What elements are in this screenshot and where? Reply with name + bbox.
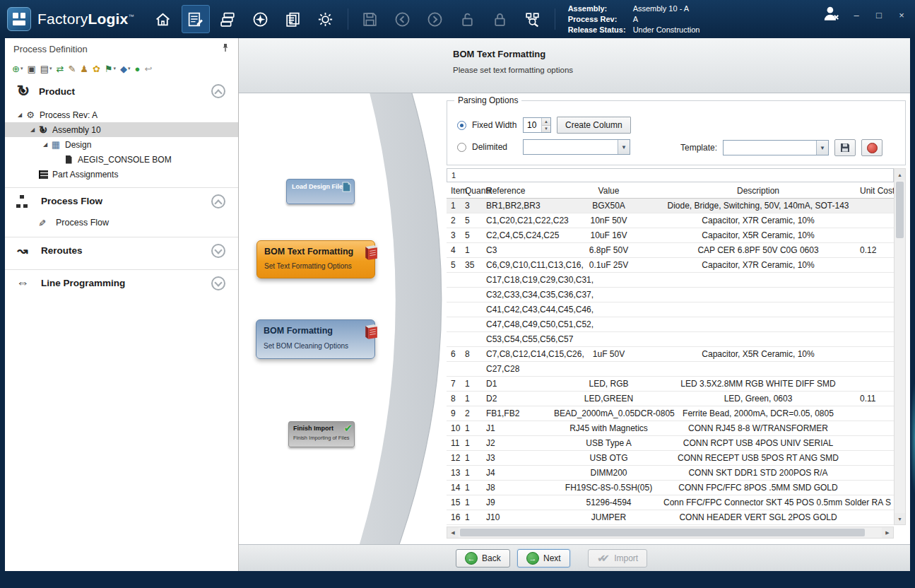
bom-grid-row[interactable]: 151J951296-4594Conn FFC/FPC Connector SK… <box>447 495 894 510</box>
step-finish-import[interactable]: Finish ImportFinish Importing of Files✔ <box>288 421 355 447</box>
step-load-design-files[interactable]: Load Design Files <box>286 179 355 204</box>
navigator-icon[interactable] <box>247 5 275 33</box>
check-icon: ✔✔ <box>597 552 610 565</box>
lock-icon[interactable] <box>486 5 514 33</box>
undo-icon[interactable]: ↩ <box>143 61 153 76</box>
home-icon[interactable] <box>149 5 177 33</box>
template-select[interactable]: ▼ <box>723 140 829 155</box>
sync-icon[interactable]: ⇄ <box>55 61 66 76</box>
minimize-button[interactable]: – <box>850 10 863 20</box>
bom-grid-row[interactable]: 535C6,C9,C10,C11,C13,C16,0.1uF 25VCapaci… <box>447 258 894 273</box>
expander-icon[interactable]: ◢ <box>28 127 37 133</box>
scroll-right-icon[interactable]: ▶ <box>882 527 893 538</box>
save-template-button[interactable] <box>834 139 856 156</box>
bom-grid-row[interactable]: C32,C33,C34,C35,C36,C37, <box>447 288 894 302</box>
back-icon[interactable] <box>389 5 417 33</box>
bom-grid-row[interactable]: C41,C42,C43,C44,C45,C46, <box>447 302 894 317</box>
user-logoff-icon[interactable] <box>822 4 840 25</box>
bom-grid-row[interactable]: 111J2USB Type ACONN RCPT USB 4POS UNIV S… <box>447 436 894 451</box>
bom-grid-row[interactable]: 92FB1,FB2BEAD_2000mA_0.05DCR-0805Ferrite… <box>447 406 894 421</box>
tree-item-aegis-console-bom[interactable]: AEGIS_CONSOLE BOM <box>5 152 238 167</box>
bom-grid-row[interactable]: C27,C28 <box>447 362 894 377</box>
user-icon[interactable]: ♟ <box>78 61 90 76</box>
document-icon <box>63 154 74 165</box>
delimited-radio[interactable] <box>457 143 466 152</box>
next-arrow-icon: → <box>526 552 539 565</box>
forward-icon[interactable] <box>421 5 449 33</box>
spin-down-icon[interactable]: ▼ <box>542 125 550 133</box>
bom-grid-row[interactable]: C47,C48,C49,C50,C51,C52, <box>447 317 894 332</box>
product-icon <box>15 83 32 100</box>
expander-icon[interactable]: ◢ <box>15 112 25 118</box>
bom-grid-row[interactable]: 68C7,C8,C12,C14,C15,C26,1uF 50VCapacitor… <box>447 347 894 362</box>
batches-icon[interactable] <box>214 5 242 33</box>
print-icon[interactable]: ▤▾ <box>39 61 54 76</box>
scroll-down-icon[interactable]: ▼ <box>895 513 905 524</box>
vertical-scrollbar[interactable]: ▲ ▼ <box>894 168 906 525</box>
unlock-icon[interactable] <box>454 5 482 33</box>
edit-icon[interactable]: ✎ <box>66 61 77 76</box>
bom-grid-row[interactable]: 71D1LED, RGBLED 3.5X2.8MM RGB WHITE DIFF… <box>447 377 894 392</box>
delete-template-button[interactable] <box>861 139 882 156</box>
expand-down-icon[interactable] <box>211 276 225 290</box>
collapse-up-icon[interactable] <box>211 194 225 208</box>
bom-grid-row[interactable]: 41C36.8pF 50VCAP CER 6.8PF 50V C0G 06030… <box>447 243 894 258</box>
section-reroutes[interactable]: Reroutes <box>5 237 238 264</box>
bom-grid-row[interactable]: 101J1RJ45 with MagneticsCONN RJ45 8-8 W/… <box>447 421 894 436</box>
collapse-up-icon[interactable] <box>211 84 225 98</box>
fixed-width-radio[interactable] <box>457 121 466 130</box>
horizontal-scrollbar[interactable]: ◀ ▶ <box>447 527 894 539</box>
send-icon[interactable]: ◆▾ <box>119 61 132 76</box>
scroll-left-icon[interactable]: ◀ <box>447 527 459 538</box>
close-button[interactable]: × <box>895 10 908 20</box>
import-button[interactable]: ✔✔ Import <box>588 549 647 568</box>
bom-grid-row[interactable]: 121J3USB OTGCONN RECEPT USB 5POS RT ANG … <box>447 451 894 466</box>
flags-icon[interactable]: ⚑▾ <box>103 61 117 76</box>
pin-icon[interactable] <box>221 43 230 54</box>
bom-grid-row[interactable]: 35C2,C4,C5,C24,C2510uF 16VCapacitor, X5R… <box>447 228 894 243</box>
grid-header[interactable]: Item Quantit Reference Value Description… <box>447 184 894 199</box>
tree-item-assembly-10[interactable]: ◢Assembly 10 <box>5 122 238 137</box>
bom-grid-row[interactable]: 25C1,C20,C21,C22,C2310nF 50VCapacitor, X… <box>447 213 894 228</box>
section-product[interactable]: Product <box>5 78 238 105</box>
go-icon[interactable]: ● <box>134 61 142 76</box>
tree-item-process-flow[interactable]: Process Flow <box>5 214 238 231</box>
bom-grid-row[interactable]: 131J4DIMM200CONN SKT DDR1 STD 200POS R/A <box>447 466 894 481</box>
settings-gear-icon[interactable] <box>312 5 340 33</box>
step-bom-text-formatting[interactable]: BOM Text FormattingSet Text Formatting O… <box>256 240 375 278</box>
scroll-up-icon[interactable]: ▲ <box>895 169 905 180</box>
tree-item-design[interactable]: ◢Design <box>5 137 238 152</box>
fixed-width-stepper[interactable]: 10 ▲▼ <box>523 117 551 133</box>
process-search-icon[interactable] <box>519 5 547 33</box>
step-bom-formatting[interactable]: BOM FormattingSet BOM Cleaning Options <box>256 319 375 359</box>
bom-grid-row[interactable]: 161J10JUMPERCONN HEADER VERT SGL 2POS GO… <box>447 510 894 525</box>
delimiter-select[interactable]: ▼ <box>523 139 630 155</box>
process-flow-icon <box>15 194 30 209</box>
section-process-flow[interactable]: Process Flow <box>5 187 238 214</box>
expand-down-icon[interactable] <box>211 244 225 258</box>
bom-formatting-content: Parsing Options Fixed Width 10 ▲▼ Create… <box>445 96 907 540</box>
scroll-thumb[interactable] <box>896 182 904 238</box>
create-column-button[interactable]: Create Column <box>557 117 631 134</box>
scroll-thumb[interactable] <box>460 529 865 536</box>
expander-icon[interactable]: ◢ <box>40 141 50 148</box>
tree-item-process-rev-a[interactable]: ◢Process Rev: A <box>5 107 238 122</box>
bom-grid-row[interactable]: 13BR1,BR2,BR3BGX50ADiode, Bridge, Switch… <box>447 199 894 213</box>
section-line-programming[interactable]: Line Programming <box>5 269 238 296</box>
save-icon[interactable] <box>356 5 384 33</box>
maximize-button[interactable]: □ <box>873 10 885 20</box>
next-button[interactable]: → Next <box>517 549 570 568</box>
bom-grid-row[interactable]: 141J8FH19SC-8S-0.5SH(05)CONN FPC/FFC 8PO… <box>447 481 894 495</box>
reports-icon[interactable] <box>279 5 307 33</box>
copy-icon[interactable]: ▣ <box>25 61 37 76</box>
tree-item-part-assignments[interactable]: Part Assignments <box>5 167 238 182</box>
spin-up-icon[interactable]: ▲ <box>542 118 550 125</box>
palette-icon[interactable]: ✿ <box>91 61 102 76</box>
back-button[interactable]: ← Back <box>456 549 510 568</box>
add-icon[interactable]: ⊕▾ <box>11 61 24 76</box>
bom-grid-row[interactable]: C53,C54,C55,C56,C57 <box>447 332 894 347</box>
bom-grid-row[interactable]: 81D2LED,GREENLED, Green, 06030.11 <box>447 392 894 406</box>
process-editor-icon[interactable] <box>182 5 210 33</box>
column-ruler[interactable]: 1 <box>447 168 894 182</box>
bom-grid-row[interactable]: C17,C18,C19,C29,C30,C31, <box>447 273 894 288</box>
